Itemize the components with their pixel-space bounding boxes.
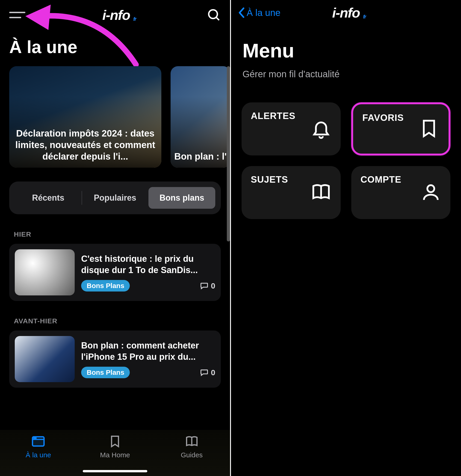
comment-icon xyxy=(200,281,209,290)
segment-recents[interactable]: Récents xyxy=(15,187,82,209)
app-logo: i-nfofr xyxy=(332,5,360,21)
segment-populaires[interactable]: Populaires xyxy=(82,187,148,209)
article-title: Bon plan : comment acheter l'iPhone 15 P… xyxy=(81,340,215,363)
featured-carousel[interactable]: Déclaration impôts 2024 : dates limites,… xyxy=(0,66,230,168)
svg-point-7 xyxy=(35,438,36,439)
segment-bons-plans[interactable]: Bons plans xyxy=(148,187,215,209)
article-title: C'est historique : le prix du disque dur… xyxy=(81,253,215,276)
scroll-indicator xyxy=(227,66,230,241)
svg-point-0 xyxy=(209,10,218,19)
left-screen: i-nfofr À la une Déclaration impôts 2024… xyxy=(0,0,230,476)
article-thumbnail xyxy=(15,249,75,295)
header: i-nfofr xyxy=(0,0,230,30)
back-button[interactable]: À la une xyxy=(237,7,281,18)
tile-favoris[interactable]: FAVORIS xyxy=(351,102,450,155)
book-icon xyxy=(185,434,199,448)
article-thumbnail xyxy=(15,336,75,382)
tile-alertes[interactable]: ALERTES xyxy=(242,102,341,155)
category-pill[interactable]: Bons Plans xyxy=(81,367,130,378)
filter-segment: Récents Populaires Bons plans xyxy=(9,181,221,214)
article-row[interactable]: C'est historique : le prix du disque dur… xyxy=(9,244,221,301)
bookmark-icon xyxy=(108,434,122,448)
app-logo: i-nfofr xyxy=(102,7,130,23)
tile-sujets[interactable]: SUJETS xyxy=(242,166,341,219)
category-pill[interactable]: Bons Plans xyxy=(81,280,130,291)
tile-compte[interactable]: COMPTE xyxy=(351,166,450,219)
svg-line-1 xyxy=(217,17,219,20)
menu-button[interactable] xyxy=(9,7,25,23)
featured-card[interactable]: Bon plan : l'iPhone 15 xyxy=(171,66,230,168)
chevron-left-icon xyxy=(237,7,245,18)
section-label: HIER xyxy=(0,223,230,244)
person-icon xyxy=(420,182,441,204)
bookmark-icon xyxy=(419,118,439,140)
book-icon xyxy=(311,182,331,204)
header: À la une i-nfofr xyxy=(231,0,461,25)
featured-title: Bon plan : l'iPhone 15 xyxy=(174,151,230,162)
article-row[interactable]: Bon plan : comment acheter l'iPhone 15 P… xyxy=(9,331,221,388)
svg-point-6 xyxy=(34,438,35,439)
right-screen: À la une i-nfofr Menu Gérer mon fil d'ac… xyxy=(231,0,461,476)
bell-icon xyxy=(311,118,331,140)
page-title: À la une xyxy=(0,30,230,66)
section-label: AVANT-HIER xyxy=(0,310,230,331)
comments-count[interactable]: 0 xyxy=(200,368,215,377)
svg-point-10 xyxy=(427,185,434,192)
menu-subtitle: Gérer mon fil d'actualité xyxy=(231,64,461,93)
tab-a-la-une[interactable]: À la une xyxy=(0,434,77,476)
featured-card[interactable]: Déclaration impôts 2024 : dates limites,… xyxy=(9,66,161,168)
search-button[interactable] xyxy=(207,8,221,22)
tab-ma-home[interactable]: Ma Home xyxy=(77,434,153,476)
comment-icon xyxy=(200,368,209,377)
window-icon xyxy=(31,434,45,448)
tab-guides[interactable]: Guides xyxy=(153,434,230,476)
menu-grid: ALERTES FAVORIS SUJETS xyxy=(231,93,461,228)
menu-title: Menu xyxy=(231,25,461,64)
home-indicator[interactable] xyxy=(83,470,147,472)
comments-count[interactable]: 0 xyxy=(200,281,215,290)
featured-title: Déclaration impôts 2024 : dates limites,… xyxy=(15,128,156,162)
bottom-tab-bar: À la une Ma Home Guides xyxy=(0,430,230,476)
search-icon xyxy=(207,8,221,22)
